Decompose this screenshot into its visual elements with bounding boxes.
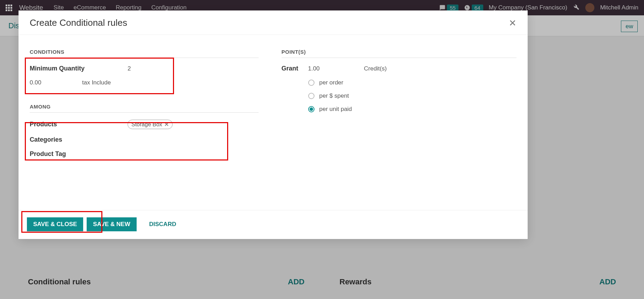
highlight-conditions [25,58,174,94]
discard-button[interactable]: DISCARD [143,217,182,231]
grant-value[interactable]: 1.00 [308,65,364,72]
radio-icon [308,93,314,99]
col-right: Point(s) Grant 1.00 Credit(s) per order … [282,49,517,203]
grant-label: Grant [282,65,308,72]
points-heading: Point(s) [282,49,517,58]
radio-per-order[interactable]: per order [308,79,517,86]
radio-label: per unit paid [319,106,352,113]
radio-label: per order [319,79,343,86]
conditions-heading: Conditions [30,49,259,58]
radio-icon [308,80,314,86]
credits-label: Credit(s) [364,65,387,72]
among-heading: Among [30,104,259,113]
modal-create-conditional-rules: Create Conditional rules ✕ Conditions Mi… [19,10,528,239]
radio-label: per $ spent [319,92,349,99]
radio-per-unit-paid[interactable]: per unit paid [308,106,517,113]
highlight-among [25,122,228,160]
modal-title: Create Conditional rules [30,17,127,28]
close-icon[interactable]: ✕ [509,18,516,28]
radio-per-dollar-spent[interactable]: per $ spent [308,92,517,99]
highlight-save-close [21,211,102,233]
radio-icon [308,106,314,112]
modal-header: Create Conditional rules ✕ [19,10,528,35]
